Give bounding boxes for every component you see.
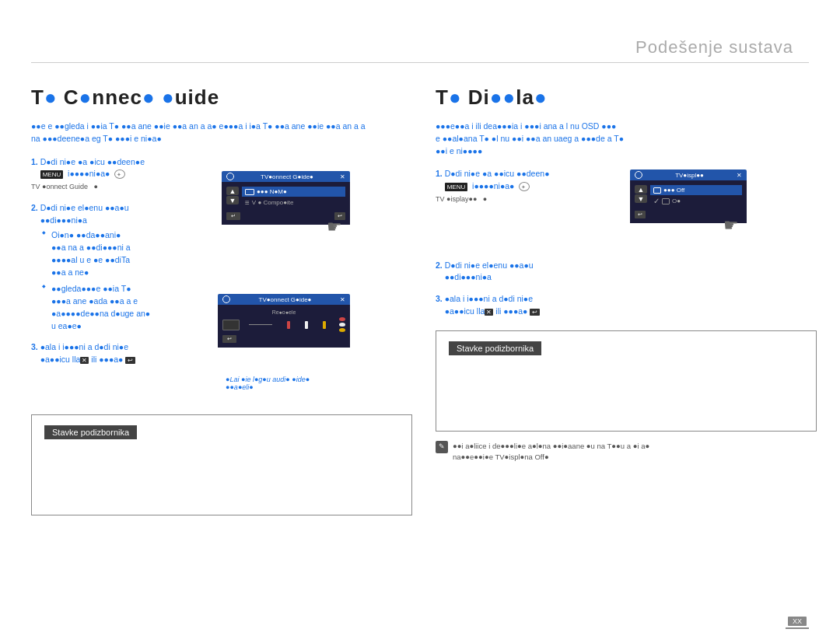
tv3-title: TV●ispl●●: [675, 172, 704, 179]
note-content: ●●i a●liice i de●●●li●e a●l●na ●●i●aane …: [453, 441, 649, 463]
tv3-back-btn[interactable]: ↩: [635, 211, 646, 218]
tv2-back-btn[interactable]: ↩: [222, 335, 236, 343]
sub-step-1: Oi●n● ●●da●●ani● ●●a na a ●●di●●●ni a ●●…: [42, 229, 412, 278]
tv3-up-arrow[interactable]: ▲: [635, 185, 647, 194]
right-section: T● Di●●la● ●●●e●●a i ili dea●●●ia i ●●●i…: [436, 86, 817, 463]
step-2-number: 2.: [31, 203, 38, 212]
left-section-title: T● C●nnec● ●uide: [31, 86, 412, 110]
right-section-title: T● Di●●la●: [436, 86, 817, 110]
step-1-number: 1.: [31, 157, 38, 166]
left-caption: ●Lai ●ie l●g●u audi● ●ide●●●a●eli●: [226, 376, 381, 391]
divider: [31, 62, 809, 63]
tv-screenshot-2: TV●onnect G●ide● ✕ Re●o●ele ↩: [218, 294, 350, 348]
tv-screenshot-3: TV●ispl●● ✕ ▲ ▼ ●●● Off ✓ O● ↩: [630, 169, 747, 223]
right-intro-text: ●●●e●●a i ili dea●●●ia i ●●●i ana a l nu…: [436, 121, 817, 157]
left-intro-text: ●●e e ●●gleda i ●●ia T● ●●a ane ●●ie ●●a…: [31, 121, 412, 145]
tv2-gear-icon: [222, 295, 230, 303]
page-num-underline: [786, 627, 809, 629]
right-step-2-number: 2.: [436, 260, 443, 270]
right-submenu-box: Stavke podizbornika: [436, 330, 817, 432]
hand-cursor-1: ☛: [327, 217, 342, 237]
hand-cursor-3: ☛: [723, 215, 739, 236]
tv-screenshot-1: TV●onnect G●ide● ✕ ▲ ▼ ●●● N●M● ≡ V ● Co…: [222, 171, 350, 225]
left-submenu-title: Stavke podizbornika: [44, 425, 137, 439]
note-icon: ✎: [436, 441, 448, 453]
tv1-up-arrow[interactable]: ▲: [226, 187, 239, 195]
page-number-area: XX: [786, 617, 809, 629]
tv3-gear-icon: [635, 171, 642, 179]
right-step-1-number: 1.: [436, 169, 443, 178]
tv1-down-arrow[interactable]: ▼: [226, 196, 239, 204]
step-3-number: 3.: [31, 342, 38, 351]
note-text: ✎ ●●i a●liice i de●●●li●e a●l●na ●●i●aan…: [436, 441, 817, 463]
right-step-2: 2. D●di ni●e el●enu ●●a●u ●●di●●●ni●a: [436, 260, 817, 285]
tv2-close[interactable]: ✕: [340, 296, 345, 303]
left-submenu-box: Stavke podizbornika: [31, 414, 412, 515]
page-num-badge: XX: [788, 617, 807, 626]
page-num-text: XX: [793, 617, 802, 625]
right-step-3-number: 3.: [436, 294, 443, 303]
tv1-close[interactable]: ✕: [340, 173, 345, 180]
right-submenu-title: Stavke podizbornika: [449, 341, 541, 355]
tv1-enter-btn[interactable]: ↵: [226, 212, 240, 220]
right-steps-container: 1. D●di ni●e ●a ●●icu ●●deen● MENU i●●●●…: [436, 168, 817, 317]
tv3-close[interactable]: ✕: [737, 172, 742, 179]
page-title: Podešenje sustava: [635, 37, 793, 58]
right-step-3: 3. ●ala i i●●●ni a d●di ni●e ●a●●icu lla…: [436, 293, 817, 318]
tv1-title: TV●onnect G●ide●: [261, 173, 313, 180]
tv2-title: TV●onnect G●ide●: [259, 296, 312, 303]
right-step-1: 1. D●di ni●e ●a ●●icu ●●deen● MENU i●●●●…: [436, 168, 817, 204]
tv1-gear-icon: [226, 173, 234, 180]
tv3-down-arrow[interactable]: ▼: [635, 194, 647, 203]
